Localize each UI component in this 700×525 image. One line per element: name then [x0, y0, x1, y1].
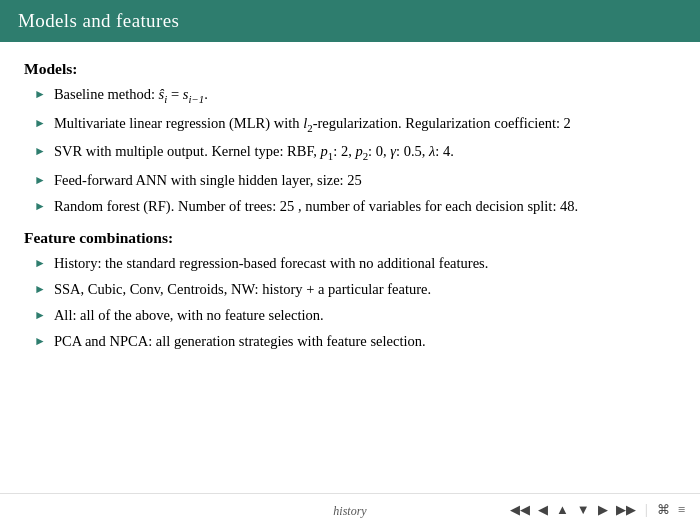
- item-text: Baseline method: ŝi = si−1.: [54, 84, 676, 108]
- list-item: ► SVR with multiple output. Kernel type:…: [34, 141, 676, 165]
- list-item: ► SSA, Cubic, Conv, Centroids, NW: histo…: [34, 279, 676, 300]
- models-list: ► Baseline method: ŝi = si−1. ► Multivar…: [24, 84, 676, 217]
- zoom-icon[interactable]: ⌘: [654, 501, 673, 519]
- nav-separator: |: [645, 501, 648, 518]
- bullet-arrow-icon: ►: [34, 333, 46, 350]
- features-list: ► History: the standard regression-based…: [24, 253, 676, 352]
- bullet-arrow-icon: ►: [34, 198, 46, 215]
- models-section-title: Models:: [24, 60, 676, 78]
- item-text: Random forest (RF). Number of trees: 25 …: [54, 196, 676, 217]
- nav-down-icon[interactable]: ▼: [574, 501, 593, 519]
- item-text: Multivariate linear regression (MLR) wit…: [54, 113, 676, 137]
- history-label: history: [333, 504, 366, 518]
- nav-prev-icon[interactable]: ◀: [535, 501, 551, 519]
- bullet-arrow-icon: ►: [34, 115, 46, 132]
- nav-first-icon[interactable]: ◀◀: [507, 501, 533, 519]
- bullet-arrow-icon: ►: [34, 255, 46, 272]
- bullet-arrow-icon: ►: [34, 172, 46, 189]
- page-title: Models and features: [18, 10, 179, 31]
- features-section: Feature combinations: ► History: the sta…: [24, 229, 676, 352]
- list-item: ► Feed-forward ANN with single hidden la…: [34, 170, 676, 191]
- list-item: ► Random forest (RF). Number of trees: 2…: [34, 196, 676, 217]
- list-item: ► Multivariate linear regression (MLR) w…: [34, 113, 676, 137]
- bullet-arrow-icon: ►: [34, 86, 46, 103]
- list-item: ► All: all of the above, with no feature…: [34, 305, 676, 326]
- features-section-title: Feature combinations:: [24, 229, 676, 247]
- header-bar: Models and features: [0, 0, 700, 42]
- bullet-arrow-icon: ►: [34, 307, 46, 324]
- nav-last-icon[interactable]: ▶▶: [613, 501, 639, 519]
- content-area: Models: ► Baseline method: ŝi = si−1. ► …: [0, 42, 700, 367]
- bullet-arrow-icon: ►: [34, 143, 46, 160]
- nav-icons: ◀◀ ◀ ▲ ▼ ▶ ▶▶ | ⌘ ≡: [507, 501, 688, 519]
- nav-up-icon[interactable]: ▲: [553, 501, 572, 519]
- item-text: SSA, Cubic, Conv, Centroids, NW: history…: [54, 279, 676, 300]
- footer-bar: history ◀◀ ◀ ▲ ▼ ▶ ▶▶ | ⌘ ≡: [0, 493, 700, 525]
- item-text: PCA and NPCA: all generation strategies …: [54, 331, 676, 352]
- item-text: History: the standard regression-based f…: [54, 253, 676, 274]
- nav-next-icon[interactable]: ▶: [595, 501, 611, 519]
- list-item: ► PCA and NPCA: all generation strategie…: [34, 331, 676, 352]
- list-item: ► Baseline method: ŝi = si−1.: [34, 84, 676, 108]
- item-text: SVR with multiple output. Kernel type: R…: [54, 141, 676, 165]
- settings-icon[interactable]: ≡: [675, 501, 688, 519]
- footer-center-text: history: [333, 504, 366, 519]
- models-section: Models: ► Baseline method: ŝi = si−1. ► …: [24, 60, 676, 217]
- list-item: ► History: the standard regression-based…: [34, 253, 676, 274]
- bullet-arrow-icon: ►: [34, 281, 46, 298]
- item-text: All: all of the above, with no feature s…: [54, 305, 676, 326]
- item-text: Feed-forward ANN with single hidden laye…: [54, 170, 676, 191]
